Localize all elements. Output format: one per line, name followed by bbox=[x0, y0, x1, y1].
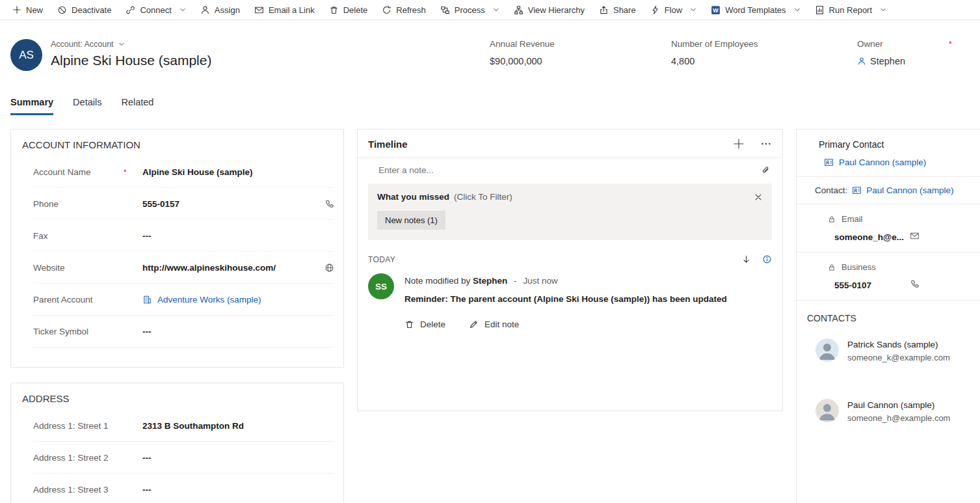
chevron-down-icon[interactable] bbox=[179, 7, 186, 13]
close-icon[interactable] bbox=[754, 193, 763, 202]
sort-arrow-down-icon[interactable] bbox=[741, 254, 751, 264]
globe-icon[interactable] bbox=[324, 263, 334, 273]
refresh-button[interactable]: Refresh bbox=[375, 0, 433, 20]
field-row-street2: Address 1: Street 2 --- bbox=[33, 442, 334, 474]
view-hierarchy-button[interactable]: View Hierarchy bbox=[507, 0, 592, 20]
field-value[interactable]: --- bbox=[142, 231, 152, 241]
command-label: Flow bbox=[665, 5, 682, 15]
chevron-down-icon[interactable] bbox=[690, 7, 696, 13]
field-value[interactable]: 2313 B Southampton Rd bbox=[142, 421, 244, 431]
delete-note-button[interactable]: Delete bbox=[404, 319, 445, 329]
contact-list-item[interactable]: Patrick Sands (sample) someone_k@example… bbox=[797, 329, 980, 372]
business-phone-value[interactable]: 555-0107 bbox=[834, 280, 871, 290]
chevron-down-icon[interactable] bbox=[493, 7, 499, 13]
note-actions: Delete Edit note bbox=[404, 319, 727, 329]
pencil-icon bbox=[469, 319, 479, 329]
contact-lookup-link[interactable]: Paul Cannon (sample) bbox=[866, 185, 953, 195]
send-email-icon[interactable] bbox=[910, 231, 920, 241]
field-row-street3: Address 1: Street 3 --- bbox=[33, 474, 334, 503]
share-button[interactable]: Share bbox=[592, 0, 643, 20]
primary-contact-link[interactable]: Paul Cannon (sample) bbox=[797, 155, 980, 176]
record-type-selector[interactable]: Account: Account bbox=[51, 40, 125, 49]
field-value[interactable]: 555-0157 bbox=[142, 199, 179, 209]
avatar-initials: SS bbox=[375, 282, 387, 292]
tab-related[interactable]: Related bbox=[121, 97, 153, 115]
word-templates-button[interactable]: W Word Templates bbox=[704, 0, 807, 20]
add-activity-icon[interactable] bbox=[733, 138, 745, 150]
record-type-label: Account: Account bbox=[51, 40, 114, 49]
link-text: Paul Cannon (sample) bbox=[839, 157, 926, 167]
assign-button[interactable]: Assign bbox=[193, 0, 247, 20]
business-field-value-row: 555-0107 bbox=[797, 272, 980, 300]
field-value[interactable]: http://www.alpineskihouse.com/ bbox=[142, 263, 276, 273]
primary-contact-title: Primary Contact bbox=[797, 129, 980, 155]
timeline-group-row: TODAY bbox=[368, 254, 772, 264]
field-label: Business bbox=[841, 262, 876, 272]
edit-note-button[interactable]: Edit note bbox=[469, 319, 519, 329]
header-field-employees: Number of Employees 4,800 bbox=[671, 39, 758, 66]
phone-icon[interactable] bbox=[324, 199, 334, 209]
contact-label: Contact: bbox=[815, 185, 847, 195]
field-label: Phone bbox=[33, 199, 142, 209]
section-title: ACCOUNT INFORMATION bbox=[11, 129, 343, 156]
command-label: Assign bbox=[215, 5, 240, 15]
business-field-label-row: Business bbox=[797, 252, 980, 272]
paperclip-icon[interactable] bbox=[761, 165, 771, 175]
command-label: Share bbox=[613, 5, 636, 15]
field-label: Account Name * bbox=[33, 167, 142, 177]
note-author-avatar: SS bbox=[368, 273, 394, 299]
phone-icon[interactable] bbox=[910, 279, 920, 289]
annual-revenue-value[interactable]: $90,000,000 bbox=[490, 56, 555, 66]
new-button[interactable]: New bbox=[5, 0, 50, 20]
chevron-down-icon[interactable] bbox=[794, 7, 801, 13]
email-value[interactable]: someone_h@e... bbox=[834, 232, 904, 242]
person-icon bbox=[857, 57, 866, 66]
contact-list-item[interactable]: Paul Cannon (sample) someone_h@example.c… bbox=[797, 389, 980, 433]
chevron-down-icon[interactable] bbox=[880, 7, 886, 13]
field-label: Address 1: Street 3 bbox=[33, 485, 142, 495]
more-commands-icon[interactable] bbox=[760, 138, 772, 150]
svg-text:W: W bbox=[713, 7, 719, 13]
contact-card-icon bbox=[852, 185, 862, 195]
owner-value[interactable]: Stephen bbox=[857, 56, 952, 66]
command-label: Process bbox=[455, 5, 485, 15]
flow-button[interactable]: Flow bbox=[643, 0, 704, 20]
field-label: Ticker Symbol bbox=[33, 327, 142, 336]
contact-photo-avatar bbox=[815, 399, 839, 422]
note-input[interactable] bbox=[378, 165, 761, 175]
field-label: Address 1: Street 2 bbox=[33, 453, 142, 463]
timeline-card: Timeline What you missed (Click To Filte… bbox=[357, 129, 783, 411]
account-avatar: AS bbox=[10, 39, 42, 71]
connect-button[interactable]: Connect bbox=[118, 0, 192, 20]
parent-account-link[interactable]: Adventure Works (sample) bbox=[142, 295, 261, 305]
deactivate-button[interactable]: Deactivate bbox=[50, 0, 118, 20]
tab-summary[interactable]: Summary bbox=[10, 97, 53, 115]
delete-button[interactable]: Delete bbox=[322, 0, 375, 20]
contact-photo-avatar bbox=[815, 338, 839, 362]
what-you-missed-panel: What you missed (Click To Filter) New no… bbox=[368, 184, 772, 240]
email-a-link-button[interactable]: Email a Link bbox=[247, 0, 322, 20]
info-icon[interactable] bbox=[762, 254, 772, 264]
contact-name: Paul Cannon (sample) bbox=[847, 399, 950, 410]
field-value[interactable]: --- bbox=[142, 327, 152, 336]
primary-contact-card: Primary Contact Paul Cannon (sample) Con… bbox=[796, 129, 980, 503]
command-label: Email a Link bbox=[269, 5, 315, 15]
command-label: Refresh bbox=[396, 5, 426, 15]
new-notes-chip[interactable]: New notes (1) bbox=[377, 211, 445, 230]
what-you-missed-header[interactable]: What you missed (Click To Filter) bbox=[377, 192, 763, 202]
note-author[interactable]: Stephen bbox=[473, 276, 507, 286]
note-pen-icon bbox=[386, 292, 395, 301]
note-prefix: Note modified by bbox=[404, 276, 470, 286]
employees-value[interactable]: 4,800 bbox=[671, 56, 758, 66]
process-button[interactable]: Process bbox=[433, 0, 507, 20]
field-label: Fax bbox=[33, 231, 142, 241]
run-report-button[interactable]: Run Report bbox=[808, 0, 894, 20]
command-bar: New Deactivate Connect Assign Email a Li… bbox=[0, 0, 980, 20]
field-value[interactable]: Alpine Ski House (sample) bbox=[142, 167, 253, 177]
page-title: Alpine Ski House (sample) bbox=[51, 53, 211, 68]
timeline-note-item: SS Note modified by Stephen - Just now R… bbox=[368, 273, 772, 329]
connect-icon bbox=[126, 5, 135, 15]
field-value[interactable]: --- bbox=[142, 485, 152, 495]
tab-details[interactable]: Details bbox=[73, 97, 101, 115]
field-value[interactable]: --- bbox=[142, 453, 152, 463]
